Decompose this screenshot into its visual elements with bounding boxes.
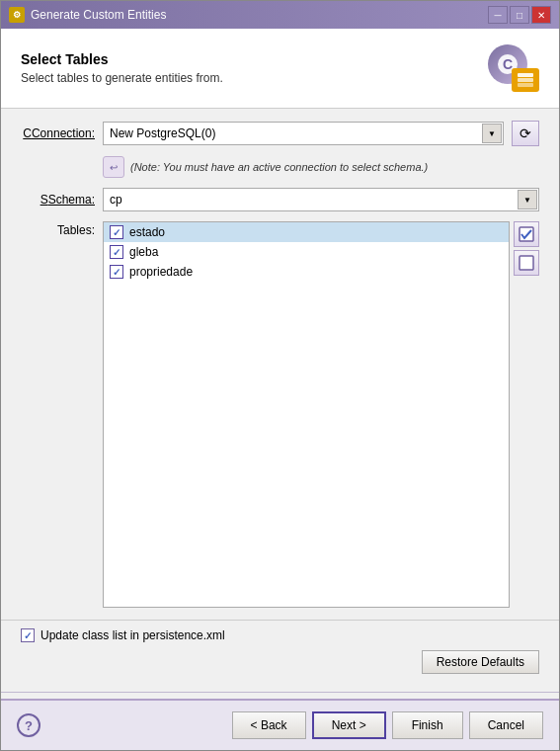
connection-row: CConnection: New PostgreSQL(0) ▼ ⟳: [21, 121, 539, 146]
table-name-propriedade: propriedade: [129, 265, 193, 279]
title-bar-left: ⚙ Generate Custom Entities: [9, 7, 166, 23]
maximize-button[interactable]: □: [510, 6, 529, 24]
title-controls: ─ □ ✕: [488, 6, 551, 24]
header-icon: C: [488, 44, 539, 92]
update-checkbox-row: Update class list in persistence.xml: [21, 628, 539, 642]
table-checkbox-estado[interactable]: [110, 225, 123, 239]
restore-defaults-button[interactable]: Restore Defaults: [422, 650, 539, 674]
title-bar: ⚙ Generate Custom Entities ─ □ ✕: [1, 1, 559, 29]
table-row[interactable]: propriedade: [104, 262, 509, 282]
table-row[interactable]: gleba: [104, 242, 509, 262]
svg-rect-6: [520, 256, 533, 270]
cancel-button[interactable]: Cancel: [469, 711, 543, 739]
main-window: ⚙ Generate Custom Entities ─ □ ✕ Select …: [0, 0, 560, 751]
info-row: ↩ (Note: You must have an active connect…: [21, 156, 539, 178]
update-persistence-label: Update class list in persistence.xml: [40, 628, 225, 642]
deselect-all-button[interactable]: [514, 250, 539, 276]
select-all-icon: [519, 226, 534, 242]
schema-select[interactable]: cp: [103, 188, 539, 211]
page-title: Select Tables: [21, 51, 223, 67]
tables-list[interactable]: estado gleba propriedade: [103, 221, 510, 608]
table-checkbox-gleba[interactable]: [110, 245, 123, 259]
finish-button[interactable]: Finish: [392, 711, 463, 739]
schema-label: SSchema:: [21, 193, 95, 207]
connection-select-wrapper: New PostgreSQL(0) ▼: [103, 122, 504, 145]
connection-refresh-button[interactable]: ⟳: [512, 121, 539, 146]
connection-label: CConnection:: [21, 126, 95, 140]
help-button[interactable]: ?: [17, 713, 40, 737]
main-content: CConnection: New PostgreSQL(0) ▼ ⟳ ↩ (No…: [1, 109, 559, 620]
tables-container: estado gleba propriedade: [103, 221, 539, 608]
icon-overlay: [512, 68, 539, 92]
connection-select[interactable]: New PostgreSQL(0): [103, 122, 504, 145]
next-button[interactable]: Next >: [312, 711, 386, 739]
svg-rect-2: [518, 73, 533, 77]
back-button[interactable]: < Back: [232, 711, 306, 739]
svg-rect-4: [518, 83, 533, 87]
restore-row: Restore Defaults: [21, 650, 539, 674]
header-text: Select Tables Select tables to generate …: [21, 51, 223, 85]
update-persistence-checkbox[interactable]: [21, 628, 35, 642]
window-title: Generate Custom Entities: [31, 8, 166, 22]
table-checkbox-propriedade[interactable]: [110, 265, 123, 279]
schema-row: SSchema: cp ▼: [21, 188, 539, 211]
svg-rect-3: [518, 78, 533, 82]
deselect-all-icon: [519, 255, 534, 271]
tables-actions: [514, 221, 539, 608]
schema-select-wrapper: cp ▼: [103, 188, 539, 211]
info-note: (Note: You must have an active connectio…: [130, 161, 428, 173]
tables-label: Tables:: [21, 221, 95, 608]
window-icon: ⚙: [9, 7, 25, 23]
table-name-gleba: gleba: [129, 245, 158, 259]
header-section: Select Tables Select tables to generate …: [1, 29, 559, 109]
info-icon: ↩: [103, 156, 124, 178]
footer: ? < Back Next > Finish Cancel: [1, 699, 559, 750]
bottom-section: Update class list in persistence.xml Res…: [1, 620, 559, 686]
footer-buttons: < Back Next > Finish Cancel: [232, 711, 543, 739]
separator: [1, 692, 559, 693]
tables-section: Tables: estado gleba propriedade: [21, 221, 539, 608]
page-subtitle: Select tables to generate entities from.: [21, 71, 223, 85]
table-name-estado: estado: [129, 225, 165, 239]
footer-left: ?: [17, 713, 40, 737]
select-all-button[interactable]: [514, 221, 539, 247]
table-row[interactable]: estado: [104, 222, 509, 242]
close-button[interactable]: ✕: [531, 6, 551, 24]
database-icon: [516, 72, 535, 88]
minimize-button[interactable]: ─: [488, 6, 508, 24]
